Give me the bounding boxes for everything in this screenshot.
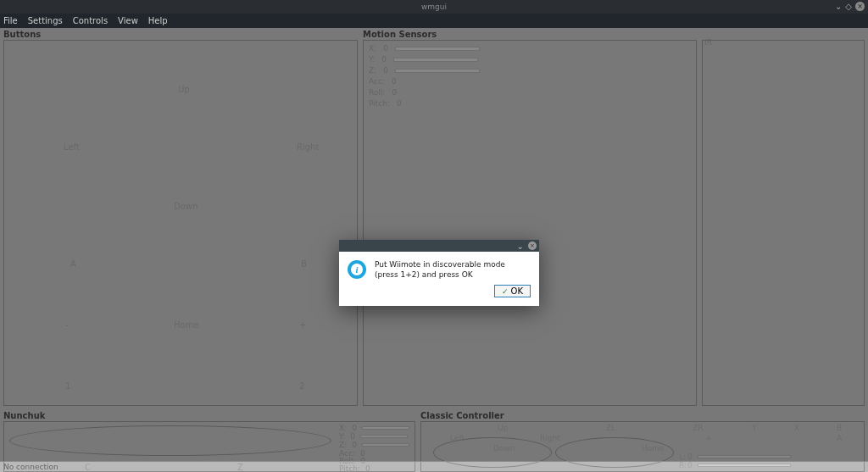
close-icon[interactable]: × (855, 2, 865, 11)
classic-r-value: 0 (687, 461, 693, 469)
minimize-icon[interactable]: ⌄ (835, 2, 842, 11)
menu-controls[interactable]: Controls (73, 16, 108, 25)
ok-button[interactable]: ✓ OK (494, 285, 531, 297)
info-icon: i (348, 260, 366, 279)
check-icon: ✓ (502, 287, 509, 296)
dialog-buttons: ✓ OK (339, 285, 539, 306)
menu-settings[interactable]: Settings (28, 16, 63, 25)
info-dialog: ⌄ × i Put Wiimote in discoverable mode (… (339, 240, 539, 306)
content-area: Buttons Up Left Right Down A B - Home + … (0, 28, 868, 461)
nunchuk-pitch-label: Pitch: (339, 464, 360, 472)
nunchuk-pitch-row: Pitch: 0 (339, 464, 370, 472)
dialog-minimize-icon[interactable]: ⌄ (517, 242, 524, 251)
dialog-titlebar: ⌄ × (339, 240, 539, 252)
classic-r-label: R: (679, 461, 687, 469)
classic-r-bar (698, 464, 791, 467)
nunchuk-pitch-value: 0 (365, 464, 370, 472)
menu-help[interactable]: Help (148, 16, 168, 25)
menu-file[interactable]: File (3, 16, 18, 25)
maximize-icon[interactable]: ◇ (845, 2, 852, 11)
window-title: wmgui (421, 3, 447, 11)
info-glyph: i (351, 264, 363, 275)
nunchuk-button-c: C (85, 463, 91, 472)
nunchuk-button-z: Z (237, 463, 243, 472)
ok-button-label: OK (511, 286, 523, 296)
window-controls: ⌄ ◇ × (835, 2, 865, 11)
titlebar: wmgui ⌄ ◇ × (0, 0, 868, 14)
dialog-body: i Put Wiimote in discoverable mode (pres… (339, 252, 539, 285)
menu-view[interactable]: View (118, 16, 138, 25)
menubar: File Settings Controls View Help (0, 14, 868, 28)
dialog-close-icon[interactable]: × (528, 242, 537, 250)
dialog-message: Put Wiimote in discoverable mode (press … (375, 260, 531, 280)
